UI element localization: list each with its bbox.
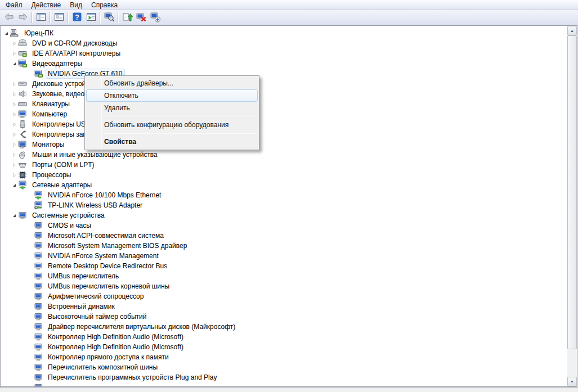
keyboard-icon	[18, 100, 27, 109]
tree-item[interactable]: Видеоадаптеры	[1, 58, 567, 69]
tree-item-label[interactable]: Контроллер прямого доступа к памяти	[46, 352, 171, 362]
expand-expanded-icon[interactable]	[10, 181, 18, 190]
expand-collapsed-icon[interactable]	[10, 110, 18, 119]
tree-item[interactable]: Процессоры	[1, 170, 567, 180]
tree-item-label[interactable]: Перечислитель композитной шины	[46, 362, 160, 372]
tree-item[interactable]: Арифметический сопроцессор	[1, 291, 567, 301]
tree-item[interactable]: Порты (COM и LPT)	[1, 160, 567, 170]
expand-expanded-icon[interactable]	[10, 59, 18, 68]
tree-item[interactable]: Перечислитель композитной шины	[1, 362, 567, 372]
tree-item-label[interactable]: UMBus перечислитель	[46, 271, 121, 281]
tree-item[interactable]: Встроенный динамик	[1, 301, 567, 312]
tree-item[interactable]: IDE ATA/ATAPI контроллеры	[1, 48, 567, 58]
tree-item[interactable]: NVIDIA nForce System Management	[1, 251, 567, 261]
expand-collapsed-icon[interactable]	[10, 100, 18, 109]
tree-item-label[interactable]: Высокоточный таймер событий	[46, 312, 149, 322]
expand-expanded-icon[interactable]	[2, 29, 10, 38]
expand-collapsed-icon[interactable]	[10, 170, 18, 179]
expand-collapsed-icon[interactable]	[10, 39, 18, 48]
menu-help[interactable]: Справка	[87, 1, 122, 10]
tree-item[interactable]: TP-LINK Wireless USB Adapter	[1, 200, 567, 210]
expand-collapsed-icon[interactable]	[10, 79, 18, 88]
tree-item-label[interactable]: Порты (COM и LPT)	[30, 160, 97, 170]
menu-action[interactable]: Действие	[27, 1, 66, 10]
tree-item[interactable]: Мыши и иные указывающие устройства	[1, 150, 567, 160]
tree-item[interactable]: Контроллер прямого доступа к памяти	[1, 352, 567, 362]
tree-item-label[interactable]: Microsoft ACPI-совместимая система	[46, 231, 166, 241]
tree-item[interactable]: Контроллер High Definition Audio (Micros…	[1, 332, 567, 342]
tree-item-label[interactable]: Процессоры	[30, 170, 74, 180]
context-menu-item-disable[interactable]: Отключить	[86, 89, 258, 102]
tree-item-label[interactable]: UMBus перечислитель корневой шины	[46, 281, 172, 291]
tree-item-label[interactable]: Мониторы	[30, 139, 66, 150]
tree-item[interactable]: Microsoft System Management BIOS драйвер	[1, 241, 567, 251]
tree-item-label[interactable]: DVD и CD-ROM дисководы	[30, 38, 119, 48]
tree-item[interactable]: UMBus перечислитель	[1, 271, 567, 281]
expand-expanded-icon[interactable]	[10, 211, 18, 220]
tree-item-label[interactable]: NVIDIA nForce 10/100 Mbps Ethernet	[46, 190, 163, 200]
tree-item-label[interactable]: Арифметический сопроцессор	[46, 291, 146, 301]
tree-item-label[interactable]: NVIDIA nForce System Management	[46, 251, 161, 261]
properties-button[interactable]	[52, 11, 66, 24]
uninstall-device-button[interactable]	[134, 11, 148, 24]
tree-item-label[interactable]: Remote Desktop Device Redirector Bus	[46, 261, 169, 271]
menu-view[interactable]: Вид	[65, 1, 87, 10]
scrollbar-thumb[interactable]	[567, 35, 577, 349]
tree-item-label[interactable]: Перечислитель программных устройств Plug…	[46, 372, 219, 382]
disable-device-button[interactable]	[148, 11, 162, 24]
tree-item[interactable]: Remote Desktop Device Redirector Bus	[1, 261, 567, 271]
expand-collapsed-icon[interactable]	[10, 120, 18, 129]
tree-item[interactable]: Высокоточный таймер событий	[1, 312, 567, 322]
tree-item-label[interactable]: IDE ATA/ATAPI контроллеры	[30, 48, 123, 58]
tree-item[interactable]: Сетевые адаптеры	[1, 180, 567, 190]
tree-item[interactable]: Microsoft ACPI-совместимая система	[1, 231, 567, 241]
tree-item-label[interactable]: Microsoft System Management BIOS драйвер	[46, 241, 189, 251]
tree-item-label[interactable]: CMOS и часы	[46, 220, 93, 231]
tree-item-label[interactable]: Юрец-ПК	[22, 28, 56, 38]
tree-item-label[interactable]: Клавиатуры	[30, 99, 72, 109]
tree-item-label[interactable]: Компьютер	[30, 109, 69, 119]
tree-item[interactable]: CMOS и часы	[1, 220, 567, 231]
tree-item[interactable]: UMBus перечислитель корневой шины	[1, 281, 567, 291]
menu-file[interactable]: Файл	[1, 1, 27, 10]
tree-item-label[interactable]: Мыши и иные указывающие устройства	[30, 150, 160, 160]
tree-item[interactable]: Драйвер перечислителя виртуальных дисков…	[1, 322, 567, 332]
tree-item-label[interactable]: Встроенный динамик	[46, 301, 117, 312]
tree-item[interactable]: Системные устройства	[1, 210, 567, 220]
tree-item-label[interactable]: Контроллеры USB	[30, 119, 92, 129]
update-driver-button[interactable]	[120, 11, 134, 24]
tree-item[interactable]	[1, 382, 567, 386]
context-menu-item-update-drivers[interactable]: Обновить драйверы...	[86, 77, 258, 89]
context-menu-item-properties[interactable]: Свойства	[86, 136, 258, 148]
tree-item-label[interactable]: Контроллер High Definition Audio (Micros…	[46, 332, 186, 342]
expand-collapsed-icon[interactable]	[10, 89, 18, 98]
tree-item-label[interactable]: Видеоадаптеры	[30, 58, 84, 69]
tree-item[interactable]: DVD и CD-ROM дисководы	[1, 38, 567, 48]
vertical-scrollbar[interactable]: ▲ ▼	[567, 26, 577, 386]
show-console-tree-button[interactable]	[34, 11, 48, 24]
expand-collapsed-icon[interactable]	[10, 49, 18, 58]
tree-item[interactable]: Контроллер High Definition Audio (Micros…	[1, 342, 567, 352]
expand-collapsed-icon[interactable]	[10, 160, 18, 169]
tree-item[interactable]: Перечислитель программных устройств Plug…	[1, 372, 567, 382]
forward-button[interactable]	[16, 11, 30, 24]
tree-item[interactable]: NVIDIA nForce 10/100 Mbps Ethernet	[1, 190, 567, 200]
tree-item-label[interactable]: Контроллер High Definition Audio (Micros…	[46, 342, 186, 352]
context-menu-item-scan-hardware-changes[interactable]: Обновить конфигурацию оборудования	[86, 119, 258, 131]
help-button[interactable]: ?	[70, 11, 84, 24]
tree-expander-placeholder	[26, 343, 34, 352]
back-button[interactable]	[2, 11, 16, 24]
tree-item-label[interactable]: Системные устройства	[30, 210, 107, 220]
tree-item-label[interactable]: Драйвер перечислителя виртуальных дисков…	[46, 322, 238, 332]
expand-collapsed-icon[interactable]	[10, 140, 18, 149]
tree-item[interactable]: Юрец-ПК	[1, 28, 567, 38]
scroll-down-button[interactable]: ▼	[567, 377, 577, 386]
tree-item-label[interactable]: TP-LINK Wireless USB Adapter	[46, 200, 145, 210]
context-menu-item-uninstall[interactable]: Удалить	[86, 102, 258, 114]
scan-hardware-changes-button[interactable]	[102, 11, 116, 24]
expand-collapsed-icon[interactable]	[10, 150, 18, 159]
scroll-up-button[interactable]: ▲	[567, 26, 577, 35]
action-pane-button[interactable]	[84, 11, 98, 24]
expand-collapsed-icon[interactable]	[10, 130, 18, 139]
tree-item-label[interactable]: Сетевые адаптеры	[30, 180, 94, 190]
